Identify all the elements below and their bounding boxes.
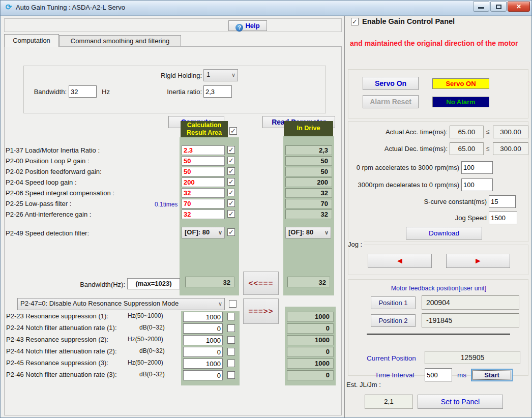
- resonance-calc-input[interactable]: [183, 359, 223, 369]
- position-1-button[interactable]: Position 1: [371, 296, 416, 309]
- calc-column-checkbox[interactable]: ✓: [229, 127, 237, 135]
- resonance-calc-input[interactable]: [183, 312, 223, 322]
- calc-header-line2: Result Area: [187, 129, 222, 136]
- resonance-checkbox[interactable]: [227, 348, 235, 355]
- param-checkbox[interactable]: ✓: [227, 178, 235, 186]
- current-position-label: Current Position: [367, 354, 416, 362]
- tuning-panel: ?Help Computation Command smoothing and …: [2, 16, 345, 418]
- calc-header-line1: Calculation: [187, 122, 221, 129]
- help-button[interactable]: ?Help: [228, 20, 267, 31]
- param-calc-input[interactable]: [182, 156, 225, 166]
- rigid-holding-value: 1: [206, 71, 210, 78]
- speed-filter-calc-value: [OF]: 80: [185, 228, 210, 236]
- feedback-group: Motor feedback position[user unit] Posit…: [348, 279, 528, 376]
- jog-right-button[interactable]: ►: [446, 254, 510, 268]
- resonance-label: P2-43 Resonance suppression (2):: [6, 336, 108, 343]
- est-jljm-label: Est. JL/Jm :: [346, 381, 381, 389]
- actual-dec-label: Actual Dec. time(ms):: [358, 145, 448, 153]
- decelerate-input[interactable]: [461, 178, 493, 191]
- window-title: Auto Gain Tuning : ASDA-A2-L Servo: [16, 4, 125, 11]
- resonance-checkbox[interactable]: [227, 360, 235, 367]
- param-label: P2-25 Low-pass filter :: [6, 200, 71, 207]
- copy-to-drive-button[interactable]: ===>>: [243, 298, 279, 324]
- speed-filter-checkbox[interactable]: ✓: [227, 228, 235, 236]
- jog-left-arrow-icon: ◄: [396, 256, 404, 265]
- jog-speed-input[interactable]: [489, 212, 517, 224]
- alarm-reset-button[interactable]: Alarm Reset: [363, 95, 419, 108]
- resonance-label: P2-24 Notch filter attenuation rate (1):: [6, 324, 117, 332]
- param-checkbox[interactable]: ✓: [227, 210, 235, 218]
- inertia-ratio-input[interactable]: [203, 85, 232, 98]
- rigid-holding-select[interactable]: 1 ∨: [203, 69, 238, 81]
- resonance-checkbox[interactable]: [227, 371, 235, 379]
- resonance-checkbox[interactable]: [227, 313, 235, 320]
- resonance-label: P2-45 Resonance suppression (3):: [6, 359, 108, 367]
- copy-to-calc-button[interactable]: <<===: [243, 272, 279, 295]
- calc-result-header: Calculation Result Area: [181, 121, 228, 137]
- jog-speed-label: Jog Speed: [409, 214, 487, 222]
- param-calc-input[interactable]: [182, 199, 225, 208]
- resonance-calc-input[interactable]: [183, 335, 223, 345]
- param-checkbox[interactable]: ✓: [227, 167, 235, 175]
- enable-gain-label: Enable Gain Control Panel: [362, 17, 455, 25]
- param-label: P2-00 Position Loop P gain :: [6, 157, 90, 165]
- speed-filter-label: P2-49 Speed detection filter:: [6, 229, 89, 237]
- tab-computation[interactable]: Computation: [4, 34, 59, 47]
- inertia-ratio-label: Inertia ratio:: [138, 88, 202, 96]
- set-to-panel-button[interactable]: Set to Panel: [418, 395, 503, 409]
- resonance-mode-checkbox[interactable]: [229, 300, 237, 308]
- resonance-calc-input[interactable]: [183, 370, 223, 380]
- close-button[interactable]: ✕: [508, 2, 530, 12]
- param-label: P1-37 Load/Motor Inertia Ratio :: [6, 146, 100, 154]
- resonance-calc-input[interactable]: [183, 347, 223, 357]
- acc-limit-value: 300.00: [493, 126, 528, 138]
- checkbox-check-icon: ✓: [228, 178, 234, 186]
- accelerate-input[interactable]: [461, 161, 493, 174]
- param-calc-input[interactable]: [182, 188, 225, 198]
- param-calc-input[interactable]: [182, 177, 225, 187]
- resonance-mode-select[interactable]: P2-47=0: Disable Auto Resonance Suppress…: [17, 298, 225, 310]
- close-icon: ✕: [516, 3, 521, 10]
- minimize-icon: [478, 7, 484, 9]
- time-interval-input[interactable]: [425, 368, 452, 381]
- speed-filter-calc-select[interactable]: [OF]: 80 ∨: [182, 227, 225, 238]
- tab-command-smoothing[interactable]: Command smoothing and filtering: [59, 35, 181, 47]
- minimize-button[interactable]: [473, 2, 489, 12]
- resonance-calc-input[interactable]: [183, 323, 223, 334]
- param-checkbox[interactable]: ✓: [227, 157, 235, 164]
- resonance-checkbox[interactable]: [227, 324, 235, 332]
- direction-warning-text: and maintained the original direction of…: [350, 39, 529, 48]
- maximize-icon: [496, 5, 501, 9]
- param-checkbox[interactable]: ✓: [227, 189, 235, 196]
- param-drive-value: 200: [285, 177, 332, 187]
- lte-symbol: ≤: [486, 145, 490, 152]
- checkbox-check-icon: ✓: [228, 210, 234, 218]
- param-calc-input[interactable]: [182, 167, 225, 176]
- resonance-unit: dB(0~32): [139, 371, 165, 378]
- jog-right-arrow-icon: ►: [474, 256, 482, 265]
- resonance-mode-value: P2-47=0: Disable Auto Resonance Suppress…: [20, 300, 179, 307]
- param-calc-input[interactable]: [182, 210, 225, 219]
- param-calc-input[interactable]: [182, 145, 225, 155]
- param-label: P2-26 Anti-interference gain :: [6, 211, 91, 218]
- decelerate-label: 3000rpm decelerates to 0 rpm(ms): [350, 181, 459, 189]
- param-drive-value: 32: [285, 188, 332, 198]
- scurve-input[interactable]: [489, 195, 516, 208]
- speed-filter-drive-value: [OF]: 80: [288, 228, 313, 236]
- param-label: P2-04 Speed loop gain :: [6, 178, 77, 186]
- timing-group: Actual Acc. time(ms): 65.00 ≤ 300.00 Act…: [348, 121, 528, 242]
- resonance-checkbox[interactable]: [227, 336, 235, 344]
- param-checkbox[interactable]: ✓: [227, 146, 235, 154]
- download-button[interactable]: Download: [406, 227, 482, 240]
- app-icon: ⟳: [4, 3, 13, 12]
- time-interval-unit: ms: [457, 371, 466, 379]
- param-checkbox[interactable]: ✓: [227, 199, 235, 207]
- start-button[interactable]: Start: [471, 369, 513, 381]
- enable-gain-checkbox[interactable]: ✓: [351, 18, 359, 25]
- jog-left-button[interactable]: ◄: [368, 254, 432, 268]
- maximize-button[interactable]: [490, 2, 507, 12]
- position-2-button[interactable]: Position 2: [371, 314, 416, 327]
- speed-filter-drive-select[interactable]: [OF]: 80 ∨: [285, 227, 331, 238]
- bandwidth-input[interactable]: [69, 85, 97, 98]
- servo-on-button[interactable]: Servo On: [363, 77, 419, 90]
